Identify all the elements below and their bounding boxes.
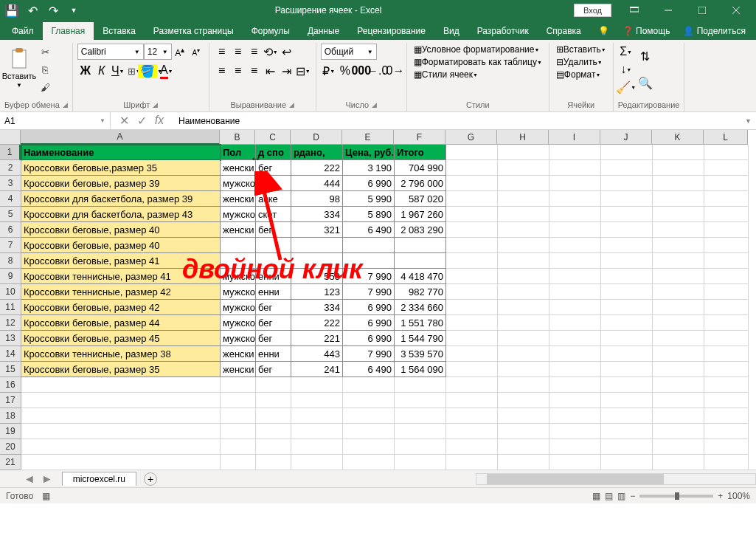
- cell[interactable]: мужско: [221, 331, 256, 346]
- cell[interactable]: 241: [291, 362, 343, 377]
- cell[interactable]: бег: [256, 176, 291, 191]
- row-header[interactable]: 20: [0, 439, 21, 455]
- cell[interactable]: [395, 253, 446, 269]
- cell[interactable]: [704, 362, 749, 377]
- maximize-button[interactable]: [685, 0, 719, 21]
- cell[interactable]: [446, 207, 498, 222]
- cut-button[interactable]: ✂: [37, 44, 53, 60]
- tab-file[interactable]: Файл: [3, 22, 43, 40]
- cell[interactable]: 321: [291, 222, 343, 238]
- cell[interactable]: [221, 253, 256, 269]
- cell[interactable]: Кроссовки беговые,размер 35: [21, 160, 221, 176]
- row-header[interactable]: 16: [0, 377, 21, 393]
- cell[interactable]: [704, 238, 749, 253]
- paste-button[interactable]: Вставить ▼: [4, 44, 34, 99]
- increase-indent-button[interactable]: ⇥: [279, 63, 295, 79]
- cell[interactable]: [549, 315, 601, 331]
- view-layout-icon[interactable]: ▤: [605, 491, 613, 501]
- cell[interactable]: [601, 393, 653, 408]
- insert-cells-button[interactable]: ⊞ Вставить▼: [554, 44, 608, 55]
- conditional-format-button[interactable]: ▦ Условное форматирование▼: [412, 44, 544, 55]
- cell[interactable]: [221, 408, 256, 424]
- cell[interactable]: [549, 176, 601, 191]
- cell[interactable]: [549, 238, 601, 253]
- font-launcher[interactable]: ◢: [153, 101, 158, 109]
- cell[interactable]: [446, 145, 498, 160]
- cell[interactable]: [704, 300, 749, 315]
- row-header[interactable]: 15: [0, 362, 21, 377]
- cell[interactable]: [601, 145, 653, 160]
- cell[interactable]: [601, 377, 653, 393]
- close-button[interactable]: [719, 0, 753, 21]
- redo-button[interactable]: ↷: [44, 1, 62, 19]
- cell[interactable]: [221, 393, 256, 408]
- cell[interactable]: [446, 331, 498, 346]
- align-left-button[interactable]: ≡: [214, 63, 230, 79]
- cell[interactable]: [704, 346, 749, 362]
- cell[interactable]: [446, 455, 498, 470]
- cell[interactable]: женски: [221, 191, 256, 207]
- row-header[interactable]: 1: [0, 145, 21, 160]
- format-painter-button[interactable]: 🖌: [37, 79, 53, 95]
- cell[interactable]: [549, 191, 601, 207]
- align-center-button[interactable]: ≡: [230, 63, 246, 79]
- cell[interactable]: [498, 238, 549, 253]
- number-launcher[interactable]: ◢: [372, 101, 377, 109]
- italic-button[interactable]: К: [94, 63, 110, 79]
- cell[interactable]: [653, 300, 704, 315]
- scroll-thumb[interactable]: [487, 474, 664, 484]
- row-header[interactable]: 7: [0, 238, 21, 253]
- cell[interactable]: [704, 222, 749, 238]
- cell[interactable]: [704, 207, 749, 222]
- fill-color-button[interactable]: 🪣▼: [142, 63, 159, 79]
- find-select-button[interactable]: 🔍: [637, 70, 653, 95]
- grow-font-button[interactable]: A▴: [172, 44, 188, 60]
- cell[interactable]: [704, 315, 749, 331]
- cell[interactable]: [291, 238, 343, 253]
- cell[interactable]: Кроссовки беговые, размер 45: [21, 331, 221, 346]
- cell[interactable]: [601, 238, 653, 253]
- cell[interactable]: [653, 222, 704, 238]
- ribbon-options[interactable]: [617, 0, 651, 21]
- cancel-formula-button[interactable]: ✕: [117, 114, 131, 128]
- sheet-nav-next[interactable]: ►: [41, 472, 53, 486]
- number-format-combo[interactable]: Общий▼: [321, 44, 377, 60]
- cell[interactable]: [256, 377, 291, 393]
- column-header-H[interactable]: H: [497, 130, 549, 145]
- cell[interactable]: [498, 315, 549, 331]
- delete-cells-button[interactable]: ⊟ Удалить▼: [554, 56, 608, 68]
- row-header[interactable]: 14: [0, 346, 21, 362]
- cell[interactable]: [549, 439, 601, 455]
- cell[interactable]: [653, 424, 704, 439]
- cell[interactable]: [446, 191, 498, 207]
- cell[interactable]: [395, 424, 446, 439]
- autosum-button[interactable]: Σ▼: [618, 44, 634, 60]
- row-header[interactable]: 12: [0, 315, 21, 331]
- cell[interactable]: бег: [256, 315, 291, 331]
- cell[interactable]: [653, 439, 704, 455]
- cell[interactable]: [653, 160, 704, 176]
- cell[interactable]: [653, 191, 704, 207]
- cell[interactable]: [446, 362, 498, 377]
- cell[interactable]: [704, 176, 749, 191]
- cell[interactable]: [549, 222, 601, 238]
- row-header[interactable]: 4: [0, 191, 21, 207]
- cell[interactable]: 98: [291, 191, 343, 207]
- cell[interactable]: [498, 160, 549, 176]
- cell[interactable]: [549, 284, 601, 300]
- cell[interactable]: бег: [256, 362, 291, 377]
- cell[interactable]: [498, 331, 549, 346]
- cell[interactable]: [653, 346, 704, 362]
- cell[interactable]: енни: [256, 346, 291, 362]
- fx-button[interactable]: fx: [152, 114, 167, 128]
- decrease-decimal-button[interactable]: .0→: [386, 63, 402, 79]
- cell[interactable]: бег: [256, 222, 291, 238]
- cell[interactable]: [395, 455, 446, 470]
- cell[interactable]: [498, 207, 549, 222]
- zoom-in-button[interactable]: +: [718, 491, 723, 501]
- cell[interactable]: 7 990: [343, 269, 395, 284]
- column-header-E[interactable]: E: [342, 130, 394, 145]
- cell[interactable]: Наименование: [21, 145, 221, 160]
- cell[interactable]: [601, 315, 653, 331]
- cell[interactable]: 444: [291, 176, 343, 191]
